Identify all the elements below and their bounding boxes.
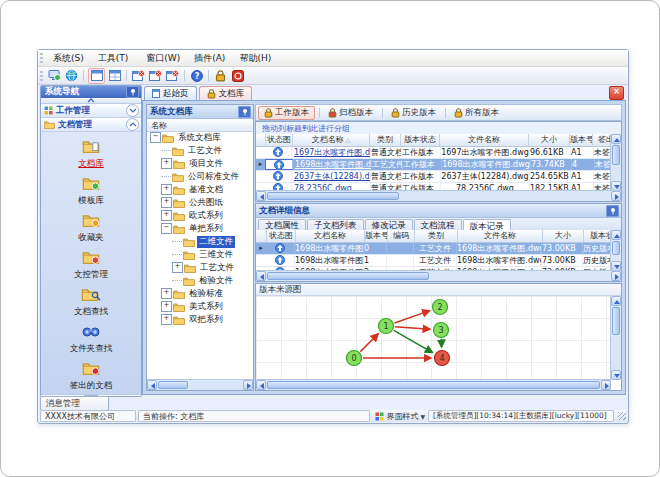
sidebar-item-template[interactable]: 模板库 bbox=[45, 172, 137, 209]
version-filter-history[interactable]: 历史版本 bbox=[386, 107, 441, 119]
version-node-1[interactable]: 1 bbox=[379, 319, 394, 334]
column-header[interactable]: 版本号 bbox=[570, 134, 593, 146]
sidebar-group-documents[interactable]: 文档管理 bbox=[41, 118, 141, 132]
tree-node[interactable]: 检验文件 bbox=[147, 274, 253, 287]
close-icon[interactable]: × bbox=[609, 86, 624, 100]
tree-node[interactable]: 二维文件 bbox=[147, 235, 253, 248]
version-filter-archive[interactable]: 归档版本 bbox=[323, 107, 378, 119]
pin-icon[interactable] bbox=[126, 86, 139, 98]
collapse-icon[interactable]: − bbox=[150, 132, 161, 143]
menu-item-plugins[interactable]: 插件(A) bbox=[187, 52, 232, 64]
version-filter-work[interactable]: 工作版本 bbox=[258, 106, 315, 120]
tree-node[interactable]: 三维文件 bbox=[147, 248, 253, 261]
close-other-windows-icon[interactable] bbox=[165, 69, 180, 83]
menu-item-help[interactable]: 帮助(H) bbox=[232, 52, 278, 64]
column-header[interactable]: 文档名称 bbox=[296, 230, 365, 242]
pin-icon[interactable] bbox=[606, 205, 619, 217]
window-grid-icon[interactable] bbox=[107, 69, 122, 83]
version-node-4[interactable]: 4 bbox=[435, 351, 450, 366]
collapse-icon[interactable]: − bbox=[161, 223, 172, 234]
cell[interactable]: 1698出水嘴零件图.dwg bbox=[293, 159, 372, 170]
close-window-icon[interactable] bbox=[131, 69, 146, 83]
column-header[interactable]: 版本号 bbox=[365, 230, 388, 242]
cell[interactable]: 2637主体(12284).dwg bbox=[292, 171, 371, 182]
monitor-icon[interactable] bbox=[47, 69, 62, 83]
cell bbox=[387, 255, 414, 266]
menu-item-tools[interactable]: 工具(T) bbox=[91, 52, 136, 64]
expand-icon[interactable]: + bbox=[161, 184, 172, 195]
tree-node[interactable]: +检验标准 bbox=[147, 287, 253, 300]
menu-item-window[interactable]: 窗口(W) bbox=[139, 52, 187, 64]
interface-style-button[interactable]: 界面样式▼ bbox=[375, 411, 425, 422]
column-header[interactable]: 类别 bbox=[370, 134, 401, 146]
sidebar-item-checked-out[interactable]: 签出的文档 bbox=[45, 357, 137, 394]
version-table-vscrollbar[interactable] bbox=[610, 230, 621, 271]
tab-doc-library[interactable]: 文档库 bbox=[199, 86, 253, 100]
window-icon[interactable] bbox=[88, 68, 105, 84]
column-header[interactable]: 文件名称 bbox=[440, 134, 529, 146]
graph-vscrollbar[interactable] bbox=[610, 296, 621, 380]
table-row[interactable]: 1697出水嘴零件图.dwg普通文档工作版本1697出水嘴零件图.dwg96.6… bbox=[256, 147, 621, 159]
tree-node[interactable]: −系统文档库 bbox=[147, 131, 253, 144]
tree-node[interactable]: −单把系列 bbox=[147, 222, 253, 235]
tree-node[interactable]: +美式系列 bbox=[147, 300, 253, 313]
sidebar-group-work[interactable]: 工作管理 bbox=[41, 104, 141, 118]
document-table-hscrollbar[interactable] bbox=[256, 190, 621, 201]
close-all-windows-icon[interactable] bbox=[148, 69, 163, 83]
tree-node[interactable]: 公司标准文件 bbox=[147, 170, 253, 183]
graph-hscrollbar[interactable] bbox=[256, 379, 611, 390]
expand-icon[interactable]: + bbox=[161, 210, 172, 221]
column-header[interactable]: 大小 bbox=[529, 134, 570, 146]
expand-icon[interactable]: + bbox=[161, 158, 172, 169]
tree-node[interactable]: +双把系列 bbox=[147, 313, 253, 326]
table-row[interactable]: ▸1698出水嘴零件图.dwg工艺文件工作版本1698出水嘴零件图.dwg73.… bbox=[256, 159, 621, 171]
globe-icon[interactable] bbox=[64, 69, 79, 83]
cell: 73.74KB bbox=[531, 159, 572, 170]
column-header[interactable]: 编码 bbox=[388, 230, 415, 242]
sidebar-item-favorites[interactable]: 收藏夹 bbox=[45, 209, 137, 246]
menu-item-system[interactable]: 系统(S) bbox=[46, 52, 91, 64]
version-node-2[interactable]: 2 bbox=[433, 300, 448, 315]
version-filter-all[interactable]: 所有版本 bbox=[449, 107, 504, 119]
help-icon[interactable]: ? bbox=[189, 69, 204, 83]
resize-grip[interactable] bbox=[618, 412, 626, 420]
sidebar-item-doc-search[interactable]: 文档查找 bbox=[45, 283, 137, 320]
power-icon[interactable] bbox=[230, 69, 245, 83]
tree-node[interactable]: +公共图纸 bbox=[147, 196, 253, 209]
tree-node[interactable]: +项目文件 bbox=[147, 157, 253, 170]
column-header[interactable]: 类别 bbox=[415, 230, 458, 242]
column-header[interactable]: 版本状态 bbox=[401, 134, 440, 146]
expand-icon[interactable]: + bbox=[161, 301, 172, 312]
sidebar-item-doc-control[interactable]: 文控管理 bbox=[45, 246, 137, 283]
column-header[interactable]: 大小 bbox=[543, 230, 584, 242]
chevron-up-icon[interactable] bbox=[126, 118, 139, 131]
chevron-down-icon[interactable] bbox=[126, 104, 139, 117]
table-row[interactable]: 1698出水嘴零件图.dwg1工艺文件1698出水嘴零件图.dwg73.00KB… bbox=[256, 255, 621, 267]
tree-node[interactable]: +欧式系列 bbox=[147, 209, 253, 222]
column-header[interactable]: 文档名称△ bbox=[293, 134, 370, 146]
message-management-tab[interactable]: 消息管理 bbox=[40, 396, 109, 411]
version-node-3[interactable]: 3 bbox=[434, 323, 449, 338]
version-node-0[interactable]: 0 bbox=[347, 351, 362, 366]
tree-node[interactable]: +基准文档 bbox=[147, 183, 253, 196]
expand-icon[interactable]: + bbox=[161, 197, 172, 208]
table-row[interactable]: 2637主体(12284).dwg普通文档工作版本2637主体(12284).d… bbox=[256, 171, 621, 183]
expand-icon[interactable]: + bbox=[161, 314, 172, 325]
lock-icon[interactable] bbox=[213, 69, 228, 83]
sidebar-item-folder-search[interactable]: 文件夹查找 bbox=[45, 320, 137, 357]
tree-horizontal-scrollbar[interactable] bbox=[147, 379, 253, 390]
version-table-hscrollbar[interactable] bbox=[256, 270, 621, 281]
tab-start-page[interactable]: 起始页 bbox=[144, 86, 197, 100]
table-row[interactable]: ▸1698出水嘴零件图.dwg0工艺文件1698出水嘴零件图.dwg73.00K… bbox=[256, 243, 621, 255]
tree-node[interactable]: +工艺文件 bbox=[147, 261, 253, 274]
column-header[interactable]: 状态图 bbox=[266, 134, 293, 146]
cell[interactable]: 1697出水嘴零件图.dwg bbox=[292, 147, 371, 158]
tree-node[interactable]: 工艺文件 bbox=[147, 144, 253, 157]
expand-icon[interactable]: + bbox=[172, 262, 183, 273]
document-table-vscrollbar[interactable] bbox=[610, 134, 621, 191]
column-header[interactable]: 状态图 bbox=[267, 230, 296, 242]
expand-icon[interactable]: + bbox=[161, 288, 172, 299]
column-header[interactable]: 文件名称 bbox=[458, 230, 543, 242]
sidebar-item-library[interactable]: 文档库 bbox=[45, 135, 137, 172]
pin-icon[interactable] bbox=[238, 106, 251, 118]
